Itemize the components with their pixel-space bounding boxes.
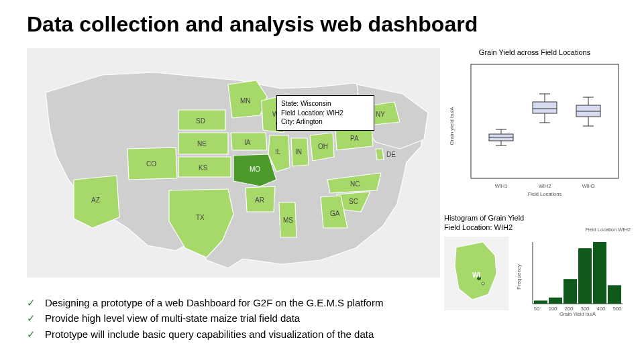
state-az[interactable] xyxy=(74,176,119,228)
boxplot-svg: Grain yield bu/A Field Locations WIH1 WI… xyxy=(444,59,625,200)
state-sd[interactable] xyxy=(178,110,225,130)
boxplot-xtick-0: WIH1 xyxy=(495,183,508,189)
state-co[interactable] xyxy=(127,147,177,180)
bullet-0: ✓ Designing a prototype of a web Dashboa… xyxy=(27,295,537,310)
wi-thumb-marker xyxy=(477,276,481,280)
hist-xtick-4: 400 xyxy=(597,306,606,312)
boxplot-xtick-2: WIH3 xyxy=(582,183,595,189)
state-ms[interactable] xyxy=(279,202,297,237)
check-icon: ✓ xyxy=(27,310,36,326)
state-ia[interactable] xyxy=(231,133,267,150)
tooltip-state: State: Wisconsin xyxy=(281,99,370,109)
hist-xlabel: Grain Yield bu/A xyxy=(559,311,596,317)
box-wih3 xyxy=(576,97,600,126)
state-in[interactable] xyxy=(291,138,309,166)
boxplot-ylabel: Grain yield bu/A xyxy=(449,107,455,145)
hist-xtick-3: 300 xyxy=(581,306,590,312)
bullet-text-1: Provide high level view of multi-state m… xyxy=(45,310,300,326)
check-icon: ✓ xyxy=(27,326,36,342)
wi-shape xyxy=(455,242,496,300)
tooltip-city: City: Arlington xyxy=(281,117,370,127)
page-title: Data collection and analysis web dashboa… xyxy=(27,12,478,37)
bullet-2: ✓ Prototype will include basic query cap… xyxy=(27,326,537,342)
state-mo[interactable] xyxy=(233,154,276,186)
bullet-text-0: Designing a prototype of a web Dashboard… xyxy=(45,295,383,310)
bullet-text-2: Prototype will include basic query capab… xyxy=(45,326,374,342)
svg-rect-8 xyxy=(533,102,557,113)
boxplot-panel: Grain Yield across Field Locations Grain… xyxy=(444,48,625,204)
bullet-1: ✓ Provide high level view of multi-state… xyxy=(27,310,537,326)
hist-xtick-1: 100 xyxy=(549,306,557,312)
bullet-list: ✓ Designing a prototype of a web Dashboa… xyxy=(27,295,537,342)
box-wih1 xyxy=(489,129,513,145)
boxplot-title: Grain Yield across Field Locations xyxy=(444,48,625,56)
us-map-svg: AZ CO NE KS SD MN IA WI I xyxy=(27,48,440,278)
us-map[interactable]: AZ CO NE KS SD MN IA WI I xyxy=(27,48,440,278)
map-tooltip: State: Wisconsin Field Location: WIH2 Ci… xyxy=(276,95,374,131)
wi-thumb-marker-2 xyxy=(482,282,484,285)
histogram-title-2: Field Location: WIH2 xyxy=(444,223,524,232)
state-ne[interactable] xyxy=(178,133,228,154)
histogram-title-1: Histogram of Grain Yield xyxy=(444,213,524,223)
state-de[interactable] xyxy=(376,149,384,160)
histogram-subcaption: Field Location WIH2 xyxy=(585,227,631,233)
state-oh[interactable] xyxy=(310,133,334,161)
box-wih2 xyxy=(533,94,557,123)
state-ar[interactable] xyxy=(246,186,275,212)
boxplot-xtick-1: WIH2 xyxy=(539,183,551,189)
hist-bar-3 xyxy=(578,248,592,304)
hist-bar-4 xyxy=(593,242,606,304)
state-ks[interactable] xyxy=(178,157,231,177)
hist-ylabel: Frequency xyxy=(516,264,522,290)
hist-xtick-2: 200 xyxy=(565,306,574,312)
slide: Data collection and analysis web dashboa… xyxy=(0,0,644,362)
check-icon: ✓ xyxy=(27,295,36,310)
hist-bar-5 xyxy=(608,285,621,304)
tooltip-field: Field Location: WIH2 xyxy=(281,109,370,118)
hist-xtick-5: 500 xyxy=(613,306,622,312)
boxplot-xlabel: Field Locations xyxy=(528,191,562,197)
hist-bar-1 xyxy=(549,297,562,303)
hist-bar-2 xyxy=(564,279,577,304)
